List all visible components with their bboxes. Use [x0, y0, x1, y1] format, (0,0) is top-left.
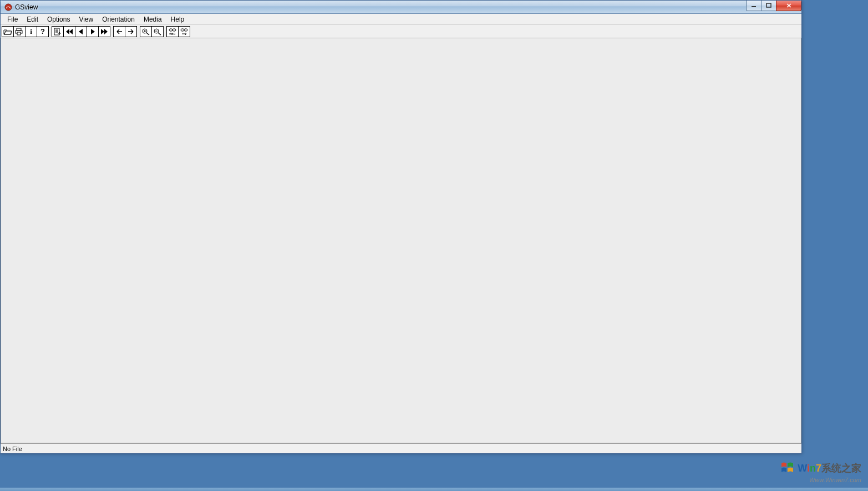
menu-view[interactable]: View: [74, 14, 98, 24]
info-button[interactable]: i: [25, 26, 37, 37]
arrow-right-icon: [126, 28, 135, 36]
toolbar: i ?: [1, 25, 801, 38]
goto-page-button[interactable]: [52, 26, 64, 37]
first-page-button[interactable]: [63, 26, 75, 37]
info-icon: i: [30, 27, 32, 36]
application-window: GSview File Edit Options View Orientatio…: [0, 0, 802, 454]
svg-point-12: [181, 28, 184, 31]
menu-options[interactable]: Options: [43, 14, 74, 24]
svg-rect-5: [17, 32, 21, 35]
printer-icon: [15, 28, 24, 36]
taskbar: [0, 488, 868, 491]
folder-open-icon: [3, 28, 12, 36]
menu-help[interactable]: Help: [166, 14, 189, 24]
print-button[interactable]: [13, 26, 26, 37]
minimize-button[interactable]: [746, 1, 762, 11]
document-viewport[interactable]: [1, 38, 801, 443]
app-icon: [4, 3, 13, 12]
open-button[interactable]: [2, 26, 14, 37]
fastforward-icon: [100, 28, 109, 36]
magnify-plus-icon: [141, 28, 150, 36]
svg-text:ABC: ABC: [170, 32, 176, 36]
forward-button[interactable]: [125, 26, 137, 37]
question-icon: ?: [40, 27, 45, 36]
status-text: No File: [3, 446, 22, 452]
watermark: Win7系统之家 Www.Winwin7.com: [781, 462, 861, 483]
help-button[interactable]: ?: [37, 26, 49, 37]
menu-edit[interactable]: Edit: [22, 14, 43, 24]
next-page-button[interactable]: [87, 26, 99, 37]
prev-page-button[interactable]: [75, 26, 87, 37]
back-button[interactable]: [113, 26, 125, 37]
zoom-out-button[interactable]: [151, 26, 164, 37]
menu-file[interactable]: File: [3, 14, 22, 24]
magnify-minus-icon: [153, 28, 162, 36]
svg-point-13: [184, 28, 187, 31]
find-next-button[interactable]: [178, 26, 190, 37]
zoom-in-button[interactable]: [140, 26, 152, 37]
windows-flag-icon: [781, 462, 795, 477]
svg-rect-3: [17, 28, 21, 31]
svg-point-10: [172, 28, 176, 31]
svg-point-9: [169, 28, 172, 31]
maximize-icon: [766, 3, 771, 8]
menu-media[interactable]: Media: [139, 14, 166, 24]
status-bar: No File: [1, 443, 801, 453]
title-bar[interactable]: GSview: [1, 1, 801, 14]
svg-rect-1: [752, 6, 756, 7]
arrow-left-icon: [115, 28, 124, 36]
find-next-icon: [180, 28, 189, 36]
minimize-icon: [751, 3, 757, 8]
triangle-right-icon: [88, 28, 97, 36]
svg-rect-6: [54, 28, 59, 35]
close-icon: [786, 3, 792, 8]
menu-orientation[interactable]: Orientation: [98, 14, 139, 24]
svg-point-0: [5, 4, 12, 11]
svg-rect-2: [767, 3, 771, 7]
watermark-url: Www.Winwin7.com: [781, 477, 861, 483]
close-button[interactable]: [776, 1, 801, 11]
maximize-button[interactable]: [761, 1, 776, 11]
triangle-left-icon: [77, 28, 85, 36]
window-controls: [747, 1, 801, 11]
menu-bar: File Edit Options View Orientation Media…: [1, 14, 801, 25]
find-text-icon: ABC: [168, 28, 177, 36]
document-arrow-icon: [53, 28, 62, 36]
rewind-icon: [65, 28, 74, 36]
find-button[interactable]: ABC: [166, 26, 179, 37]
last-page-button[interactable]: [98, 26, 110, 37]
window-title: GSview: [15, 3, 38, 11]
watermark-brand: Win7系统之家: [781, 462, 861, 477]
